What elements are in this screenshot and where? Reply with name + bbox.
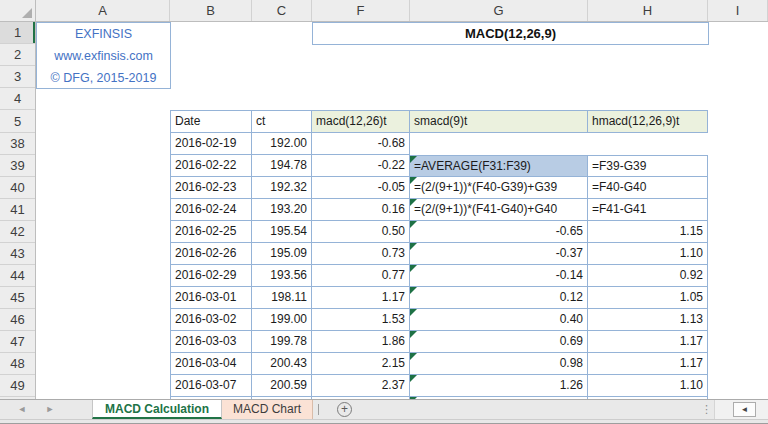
tab-macd-calculation[interactable]: MACD Calculation xyxy=(92,400,222,419)
header-cell-smacd[interactable]: smacd(9)t xyxy=(410,110,588,133)
cell-C46[interactable]: 199.00 xyxy=(252,309,312,331)
row-header-39[interactable]: 39 xyxy=(0,155,35,177)
cell-C49[interactable]: 200.59 xyxy=(252,375,312,397)
cell-F43[interactable]: 0.73 xyxy=(312,243,410,265)
column-header-A[interactable]: A xyxy=(36,0,170,21)
column-header-H[interactable]: H xyxy=(588,0,708,21)
cell-C42[interactable]: 195.54 xyxy=(252,221,312,243)
row-header-47[interactable]: 47 xyxy=(0,331,35,353)
row-header-38[interactable]: 38 xyxy=(0,133,35,155)
cell-F39[interactable]: -0.22 xyxy=(312,155,410,177)
macd-title-cell[interactable]: MACD(12,26,9) xyxy=(312,22,709,45)
column-header-I[interactable]: I xyxy=(708,0,768,21)
cell-C45[interactable]: 198.11 xyxy=(252,287,312,309)
table-row: 2016-02-24193.200.16=(2/(9+1))*(F41-G40)… xyxy=(0,199,768,221)
cell-F42[interactable]: 0.50 xyxy=(312,221,410,243)
row-header-1[interactable]: 1 xyxy=(0,22,35,44)
brand-cell[interactable]: EXFINSIS www.exfinsis.com © DFG, 2015-20… xyxy=(36,22,171,89)
cell-B48[interactable]: 2016-03-04 xyxy=(170,353,252,375)
cell-G49[interactable]: 1.26 xyxy=(410,375,588,397)
cell-B44[interactable]: 2016-02-29 xyxy=(170,265,252,287)
cell-H46[interactable]: 1.13 xyxy=(588,309,708,331)
column-header-B[interactable]: B xyxy=(170,0,252,21)
tab-scroll-splitter-icon[interactable]: ⋮ xyxy=(701,400,712,419)
cell-F49[interactable]: 2.37 xyxy=(312,375,410,397)
cell-G41[interactable]: =(2/(9+1))*(F41-G40)+G40 xyxy=(410,199,588,221)
cell-F40[interactable]: -0.05 xyxy=(312,177,410,199)
cell-G48[interactable]: 0.98 xyxy=(410,353,588,375)
row-header-5[interactable]: 5 xyxy=(0,110,35,133)
cell-C38[interactable]: 192.00 xyxy=(252,133,312,155)
cell-G39[interactable]: =AVERAGE(F31:F39) xyxy=(410,155,588,177)
cell-B39[interactable]: 2016-02-22 xyxy=(170,155,252,177)
cell-B38[interactable]: 2016-02-19 xyxy=(170,133,252,155)
row-header-4[interactable]: 4 xyxy=(0,88,35,110)
cell-H41[interactable]: =F41-G41 xyxy=(588,199,708,221)
column-header-F[interactable]: F xyxy=(312,0,410,21)
cell-C48[interactable]: 200.43 xyxy=(252,353,312,375)
cell-B47[interactable]: 2016-03-03 xyxy=(170,331,252,353)
cell-B49[interactable]: 2016-03-07 xyxy=(170,375,252,397)
cell-G46[interactable]: 0.40 xyxy=(410,309,588,331)
header-cell-date[interactable]: Date xyxy=(170,110,252,133)
cell-C47[interactable]: 199.78 xyxy=(252,331,312,353)
row-header-43[interactable]: 43 xyxy=(0,243,35,265)
cell-G45[interactable]: 0.12 xyxy=(410,287,588,309)
row-header-40[interactable]: 40 xyxy=(0,177,35,199)
cell-H49[interactable]: 1.10 xyxy=(588,375,708,397)
cell-G47[interactable]: 0.69 xyxy=(410,331,588,353)
cell-B46[interactable]: 2016-03-02 xyxy=(170,309,252,331)
cell-B41[interactable]: 2016-02-24 xyxy=(170,199,252,221)
row-header-42[interactable]: 42 xyxy=(0,221,35,243)
cell-C44[interactable]: 193.56 xyxy=(252,265,312,287)
row-header-3[interactable]: 3 xyxy=(0,66,35,88)
cell-H43[interactable]: 1.10 xyxy=(588,243,708,265)
tab-macd-chart[interactable]: MACD Chart xyxy=(222,400,313,419)
formula-flag-icon xyxy=(410,309,417,316)
cell-F45[interactable]: 1.17 xyxy=(312,287,410,309)
cell-G42[interactable]: -0.65 xyxy=(410,221,588,243)
cell-B40[interactable]: 2016-02-23 xyxy=(170,177,252,199)
cell-H47[interactable]: 1.17 xyxy=(588,331,708,353)
row-header-49[interactable]: 49 xyxy=(0,375,35,397)
cell-F46[interactable]: 1.53 xyxy=(312,309,410,331)
new-sheet-button[interactable]: + xyxy=(337,402,352,417)
cell-F38[interactable]: -0.68 xyxy=(312,133,410,155)
cell-C41[interactable]: 193.20 xyxy=(252,199,312,221)
cell-F48[interactable]: 2.15 xyxy=(312,353,410,375)
cell-G43[interactable]: -0.37 xyxy=(410,243,588,265)
select-all-corner[interactable] xyxy=(0,0,36,21)
cell-B45[interactable]: 2016-03-01 xyxy=(170,287,252,309)
cell-H39[interactable]: =F39-G39 xyxy=(588,155,708,177)
row-header-48[interactable]: 48 xyxy=(0,353,35,375)
column-header-G[interactable]: G xyxy=(410,0,588,21)
column-header-C[interactable]: C xyxy=(252,0,312,21)
cell-H45[interactable]: 1.05 xyxy=(588,287,708,309)
cell-H40[interactable]: =F40-G40 xyxy=(588,177,708,199)
horizontal-scrollbar[interactable]: ◄ xyxy=(714,400,768,419)
row-header-41[interactable]: 41 xyxy=(0,199,35,221)
scroll-left-icon[interactable]: ◄ xyxy=(733,402,756,417)
cell-F41[interactable]: 0.16 xyxy=(312,199,410,221)
cell-G40[interactable]: =(2/(9+1))*(F40-G39)+G39 xyxy=(410,177,588,199)
cell-G44[interactable]: -0.14 xyxy=(410,265,588,287)
cell-F44[interactable]: 0.77 xyxy=(312,265,410,287)
cell-F47[interactable]: 1.86 xyxy=(312,331,410,353)
cell-H44[interactable]: 0.92 xyxy=(588,265,708,287)
cell-C39[interactable]: 194.78 xyxy=(252,155,312,177)
cell-C40[interactable]: 192.32 xyxy=(252,177,312,199)
row-header-2[interactable]: 2 xyxy=(0,44,35,66)
header-cell-hmacd[interactable]: hmacd(12,26,9)t xyxy=(588,110,708,133)
cell-H48[interactable]: 1.17 xyxy=(588,353,708,375)
cell-C43[interactable]: 195.09 xyxy=(252,243,312,265)
row-header-45[interactable]: 45 xyxy=(0,287,35,309)
cell-B43[interactable]: 2016-02-26 xyxy=(170,243,252,265)
row-header-44[interactable]: 44 xyxy=(0,265,35,287)
header-cell-ct[interactable]: ct xyxy=(252,110,312,133)
row-header-46[interactable]: 46 xyxy=(0,309,35,331)
next-sheet-icon[interactable]: ► xyxy=(43,400,57,419)
prev-sheet-icon[interactable]: ◄ xyxy=(15,400,29,419)
cell-B42[interactable]: 2016-02-25 xyxy=(170,221,252,243)
cell-H42[interactable]: 1.15 xyxy=(588,221,708,243)
header-cell-macd[interactable]: macd(12,26)t xyxy=(312,110,410,133)
